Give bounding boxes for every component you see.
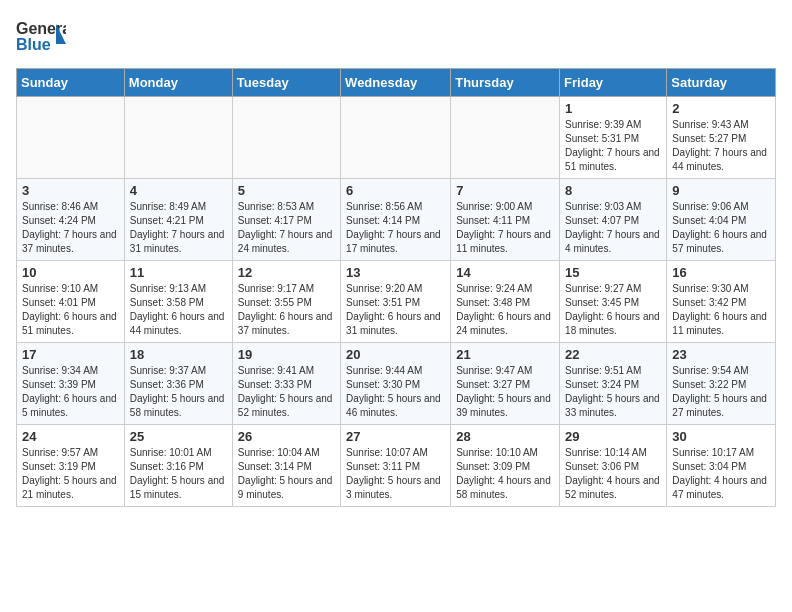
day-number: 4 bbox=[130, 183, 227, 198]
calendar-day-cell: 9Sunrise: 9:06 AM Sunset: 4:04 PM Daylig… bbox=[667, 179, 776, 261]
calendar-table: SundayMondayTuesdayWednesdayThursdayFrid… bbox=[16, 68, 776, 507]
calendar-day-cell: 25Sunrise: 10:01 AM Sunset: 3:16 PM Dayl… bbox=[124, 425, 232, 507]
day-of-week-header: Saturday bbox=[667, 69, 776, 97]
day-info: Sunrise: 9:34 AM Sunset: 3:39 PM Dayligh… bbox=[22, 364, 119, 420]
day-info: Sunrise: 9:57 AM Sunset: 3:19 PM Dayligh… bbox=[22, 446, 119, 502]
calendar-day-cell: 12Sunrise: 9:17 AM Sunset: 3:55 PM Dayli… bbox=[232, 261, 340, 343]
day-number: 14 bbox=[456, 265, 554, 280]
day-info: Sunrise: 9:47 AM Sunset: 3:27 PM Dayligh… bbox=[456, 364, 554, 420]
day-info: Sunrise: 9:43 AM Sunset: 5:27 PM Dayligh… bbox=[672, 118, 770, 174]
day-info: Sunrise: 9:24 AM Sunset: 3:48 PM Dayligh… bbox=[456, 282, 554, 338]
day-number: 8 bbox=[565, 183, 661, 198]
calendar-day-cell: 28Sunrise: 10:10 AM Sunset: 3:09 PM Dayl… bbox=[451, 425, 560, 507]
day-info: Sunrise: 8:46 AM Sunset: 4:24 PM Dayligh… bbox=[22, 200, 119, 256]
calendar-day-cell: 24Sunrise: 9:57 AM Sunset: 3:19 PM Dayli… bbox=[17, 425, 125, 507]
calendar-day-cell: 18Sunrise: 9:37 AM Sunset: 3:36 PM Dayli… bbox=[124, 343, 232, 425]
logo-icon: General Blue bbox=[16, 16, 66, 56]
day-info: Sunrise: 9:39 AM Sunset: 5:31 PM Dayligh… bbox=[565, 118, 661, 174]
day-info: Sunrise: 10:17 AM Sunset: 3:04 PM Daylig… bbox=[672, 446, 770, 502]
calendar-week-row: 10Sunrise: 9:10 AM Sunset: 4:01 PM Dayli… bbox=[17, 261, 776, 343]
day-number: 25 bbox=[130, 429, 227, 444]
calendar-day-cell: 7Sunrise: 9:00 AM Sunset: 4:11 PM Daylig… bbox=[451, 179, 560, 261]
calendar-week-row: 17Sunrise: 9:34 AM Sunset: 3:39 PM Dayli… bbox=[17, 343, 776, 425]
calendar-day-cell: 22Sunrise: 9:51 AM Sunset: 3:24 PM Dayli… bbox=[560, 343, 667, 425]
day-info: Sunrise: 9:13 AM Sunset: 3:58 PM Dayligh… bbox=[130, 282, 227, 338]
day-number: 24 bbox=[22, 429, 119, 444]
day-number: 22 bbox=[565, 347, 661, 362]
calendar-day-cell: 11Sunrise: 9:13 AM Sunset: 3:58 PM Dayli… bbox=[124, 261, 232, 343]
calendar-day-cell: 20Sunrise: 9:44 AM Sunset: 3:30 PM Dayli… bbox=[341, 343, 451, 425]
day-info: Sunrise: 9:10 AM Sunset: 4:01 PM Dayligh… bbox=[22, 282, 119, 338]
calendar-day-cell: 4Sunrise: 8:49 AM Sunset: 4:21 PM Daylig… bbox=[124, 179, 232, 261]
day-number: 21 bbox=[456, 347, 554, 362]
day-number: 20 bbox=[346, 347, 445, 362]
calendar-day-cell: 15Sunrise: 9:27 AM Sunset: 3:45 PM Dayli… bbox=[560, 261, 667, 343]
calendar-day-cell: 27Sunrise: 10:07 AM Sunset: 3:11 PM Dayl… bbox=[341, 425, 451, 507]
day-of-week-header: Friday bbox=[560, 69, 667, 97]
day-number: 30 bbox=[672, 429, 770, 444]
day-number: 1 bbox=[565, 101, 661, 116]
day-number: 11 bbox=[130, 265, 227, 280]
day-number: 7 bbox=[456, 183, 554, 198]
calendar-day-cell: 13Sunrise: 9:20 AM Sunset: 3:51 PM Dayli… bbox=[341, 261, 451, 343]
calendar-day-cell bbox=[17, 97, 125, 179]
day-info: Sunrise: 10:07 AM Sunset: 3:11 PM Daylig… bbox=[346, 446, 445, 502]
calendar-day-cell bbox=[341, 97, 451, 179]
day-number: 15 bbox=[565, 265, 661, 280]
calendar-day-cell bbox=[232, 97, 340, 179]
day-info: Sunrise: 9:20 AM Sunset: 3:51 PM Dayligh… bbox=[346, 282, 445, 338]
day-info: Sunrise: 10:10 AM Sunset: 3:09 PM Daylig… bbox=[456, 446, 554, 502]
day-info: Sunrise: 9:00 AM Sunset: 4:11 PM Dayligh… bbox=[456, 200, 554, 256]
calendar-day-cell: 8Sunrise: 9:03 AM Sunset: 4:07 PM Daylig… bbox=[560, 179, 667, 261]
calendar-day-cell: 2Sunrise: 9:43 AM Sunset: 5:27 PM Daylig… bbox=[667, 97, 776, 179]
day-of-week-header: Thursday bbox=[451, 69, 560, 97]
day-info: Sunrise: 9:27 AM Sunset: 3:45 PM Dayligh… bbox=[565, 282, 661, 338]
calendar-day-cell: 1Sunrise: 9:39 AM Sunset: 5:31 PM Daylig… bbox=[560, 97, 667, 179]
day-number: 6 bbox=[346, 183, 445, 198]
day-number: 16 bbox=[672, 265, 770, 280]
calendar-day-cell: 26Sunrise: 10:04 AM Sunset: 3:14 PM Dayl… bbox=[232, 425, 340, 507]
day-number: 3 bbox=[22, 183, 119, 198]
day-number: 5 bbox=[238, 183, 335, 198]
day-number: 27 bbox=[346, 429, 445, 444]
calendar-week-row: 3Sunrise: 8:46 AM Sunset: 4:24 PM Daylig… bbox=[17, 179, 776, 261]
page-header: General Blue bbox=[16, 16, 776, 56]
calendar-day-cell: 29Sunrise: 10:14 AM Sunset: 3:06 PM Dayl… bbox=[560, 425, 667, 507]
day-info: Sunrise: 9:37 AM Sunset: 3:36 PM Dayligh… bbox=[130, 364, 227, 420]
calendar-header-row: SundayMondayTuesdayWednesdayThursdayFrid… bbox=[17, 69, 776, 97]
day-info: Sunrise: 10:04 AM Sunset: 3:14 PM Daylig… bbox=[238, 446, 335, 502]
calendar-day-cell: 3Sunrise: 8:46 AM Sunset: 4:24 PM Daylig… bbox=[17, 179, 125, 261]
day-info: Sunrise: 8:56 AM Sunset: 4:14 PM Dayligh… bbox=[346, 200, 445, 256]
day-of-week-header: Monday bbox=[124, 69, 232, 97]
day-info: Sunrise: 9:03 AM Sunset: 4:07 PM Dayligh… bbox=[565, 200, 661, 256]
calendar-day-cell: 30Sunrise: 10:17 AM Sunset: 3:04 PM Dayl… bbox=[667, 425, 776, 507]
day-info: Sunrise: 9:41 AM Sunset: 3:33 PM Dayligh… bbox=[238, 364, 335, 420]
day-info: Sunrise: 9:44 AM Sunset: 3:30 PM Dayligh… bbox=[346, 364, 445, 420]
day-info: Sunrise: 9:06 AM Sunset: 4:04 PM Dayligh… bbox=[672, 200, 770, 256]
day-info: Sunrise: 10:14 AM Sunset: 3:06 PM Daylig… bbox=[565, 446, 661, 502]
day-number: 18 bbox=[130, 347, 227, 362]
day-number: 2 bbox=[672, 101, 770, 116]
calendar-day-cell bbox=[451, 97, 560, 179]
day-info: Sunrise: 9:17 AM Sunset: 3:55 PM Dayligh… bbox=[238, 282, 335, 338]
day-number: 23 bbox=[672, 347, 770, 362]
day-number: 28 bbox=[456, 429, 554, 444]
logo: General Blue bbox=[16, 16, 66, 56]
day-info: Sunrise: 10:01 AM Sunset: 3:16 PM Daylig… bbox=[130, 446, 227, 502]
day-of-week-header: Wednesday bbox=[341, 69, 451, 97]
calendar-day-cell: 16Sunrise: 9:30 AM Sunset: 3:42 PM Dayli… bbox=[667, 261, 776, 343]
day-number: 17 bbox=[22, 347, 119, 362]
day-of-week-header: Tuesday bbox=[232, 69, 340, 97]
calendar-day-cell: 6Sunrise: 8:56 AM Sunset: 4:14 PM Daylig… bbox=[341, 179, 451, 261]
day-number: 13 bbox=[346, 265, 445, 280]
day-number: 10 bbox=[22, 265, 119, 280]
day-of-week-header: Sunday bbox=[17, 69, 125, 97]
day-number: 9 bbox=[672, 183, 770, 198]
day-number: 19 bbox=[238, 347, 335, 362]
day-info: Sunrise: 8:49 AM Sunset: 4:21 PM Dayligh… bbox=[130, 200, 227, 256]
calendar-day-cell: 23Sunrise: 9:54 AM Sunset: 3:22 PM Dayli… bbox=[667, 343, 776, 425]
calendar-week-row: 1Sunrise: 9:39 AM Sunset: 5:31 PM Daylig… bbox=[17, 97, 776, 179]
calendar-day-cell: 21Sunrise: 9:47 AM Sunset: 3:27 PM Dayli… bbox=[451, 343, 560, 425]
day-info: Sunrise: 9:51 AM Sunset: 3:24 PM Dayligh… bbox=[565, 364, 661, 420]
calendar-day-cell: 14Sunrise: 9:24 AM Sunset: 3:48 PM Dayli… bbox=[451, 261, 560, 343]
